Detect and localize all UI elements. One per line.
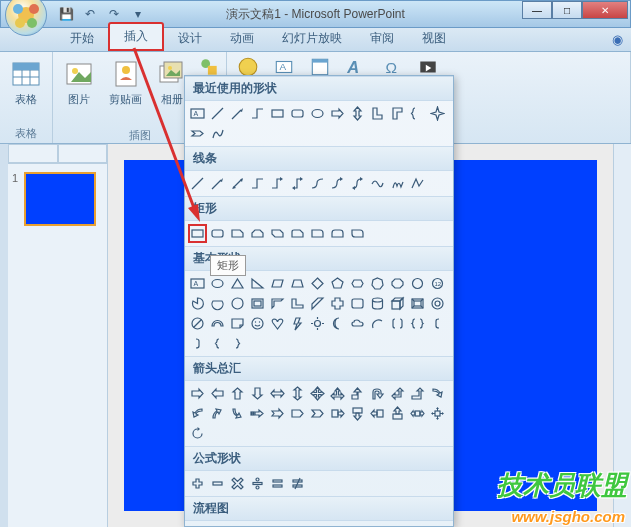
shape-arrow-lr[interactable] [268, 384, 287, 403]
shape-arrow-curvedright[interactable] [428, 384, 447, 403]
shape-sun[interactable] [308, 314, 327, 333]
shape-arrow-u[interactable] [228, 384, 247, 403]
shape-scribble[interactable] [388, 174, 407, 193]
shape-moon[interactable] [328, 314, 347, 333]
shape-oval[interactable] [308, 104, 327, 123]
shape-arrow-lru[interactable] [328, 384, 347, 403]
shape-fc-prep[interactable] [368, 524, 387, 526]
shape-elbow[interactable] [248, 174, 267, 193]
shape-plus[interactable] [188, 474, 207, 493]
shape-elbow-double[interactable] [288, 174, 307, 193]
shape-decagon[interactable] [408, 274, 427, 293]
save-icon[interactable]: 💾 [57, 5, 75, 23]
shape-snip2same[interactable] [248, 224, 267, 243]
tab-animations[interactable]: 动画 [216, 26, 268, 51]
shape-cube[interactable] [388, 294, 407, 313]
shape-equal[interactable] [268, 474, 287, 493]
shape-doublebrace[interactable] [408, 314, 427, 333]
shape-pentagon[interactable] [328, 274, 347, 293]
shape-arrow-upcallout[interactable] [388, 404, 407, 423]
clipart-button[interactable]: 剪贴画 [105, 56, 146, 109]
shape-freeform3[interactable] [408, 174, 427, 193]
picture-button[interactable]: 图片 [59, 56, 99, 109]
tab-slideshow[interactable]: 幻灯片放映 [268, 26, 356, 51]
shape-arrow-leftcallout[interactable] [368, 404, 387, 423]
shape-fc-term[interactable] [348, 524, 367, 526]
shape-textbox[interactable]: A [188, 104, 207, 123]
shape-arrow-line[interactable] [228, 104, 247, 123]
shape-cloud[interactable] [348, 314, 367, 333]
shape-arrow-right[interactable] [328, 104, 347, 123]
shape-noentry[interactable] [188, 314, 207, 333]
shape-fc-predef[interactable] [268, 524, 287, 526]
shape-arrow-downcallout[interactable] [348, 404, 367, 423]
minimize-button[interactable]: — [522, 1, 552, 19]
shape-arrow-chevron[interactable] [308, 404, 327, 423]
shape-fc-internal[interactable] [288, 524, 307, 526]
shape-fc-decision[interactable] [228, 524, 247, 526]
thumbs-tab-outline[interactable] [58, 144, 108, 163]
shape-arrow-notched[interactable] [268, 404, 287, 423]
shape-arrow-pentagon[interactable] [288, 404, 307, 423]
maximize-button[interactable]: □ [552, 1, 582, 19]
shape-leftbrace[interactable] [208, 334, 227, 353]
shape-l2[interactable] [388, 104, 407, 123]
help-icon[interactable]: ◉ [612, 32, 623, 47]
qat-dropdown-icon[interactable]: ▾ [129, 5, 147, 23]
shape-arrow-l[interactable] [208, 384, 227, 403]
shape-curve[interactable] [308, 174, 327, 193]
shape-arrow-lrcallout[interactable] [408, 404, 427, 423]
shape-arrow-bentup[interactable] [408, 384, 427, 403]
shape-brace[interactable] [408, 104, 427, 123]
shape-curve-double[interactable] [348, 174, 367, 193]
shape-arrow-curveddown[interactable] [228, 404, 247, 423]
shape-freeform2[interactable] [368, 174, 387, 193]
shape-arrow-d[interactable] [248, 384, 267, 403]
shape-round2same[interactable] [328, 224, 347, 243]
shape-arc[interactable] [368, 314, 387, 333]
shape-teardrop[interactable] [228, 294, 247, 313]
shape-doublearrow[interactable] [228, 174, 247, 193]
shape-rightbracket[interactable] [188, 334, 207, 353]
shape-divide[interactable] [248, 474, 267, 493]
tab-view[interactable]: 视图 [408, 26, 460, 51]
shape-star4[interactable] [428, 104, 447, 123]
shape-fc-process[interactable] [188, 524, 207, 526]
shape-lshape[interactable] [288, 294, 307, 313]
shape-hexagon[interactable] [348, 274, 367, 293]
shape-parallelogram[interactable] [268, 274, 287, 293]
shape-heart[interactable] [268, 314, 287, 333]
shape-multiply[interactable] [228, 474, 247, 493]
shape-round2diag[interactable] [348, 224, 367, 243]
shape-pie[interactable] [188, 294, 207, 313]
shape-heptagon[interactable] [368, 274, 387, 293]
shape-foldedcorner[interactable] [228, 314, 247, 333]
shape-trapezoid[interactable] [288, 274, 307, 293]
shape-fc-manual[interactable] [388, 524, 407, 526]
shape-diagstripe[interactable] [308, 294, 327, 313]
shape-arrowline2[interactable] [208, 174, 227, 193]
shape-blockarc[interactable] [208, 314, 227, 333]
tab-design[interactable]: 设计 [164, 26, 216, 51]
shape-arrow-curvedup[interactable] [208, 404, 227, 423]
tab-home[interactable]: 开始 [56, 26, 108, 51]
shape-elbow-arrow[interactable] [268, 174, 287, 193]
shape-fc-data[interactable] [248, 524, 267, 526]
shape-hexarrow[interactable] [188, 124, 207, 143]
shape-notequal[interactable] [288, 474, 307, 493]
shape-round1[interactable] [308, 224, 327, 243]
shape-leftbracket[interactable] [428, 314, 447, 333]
thumb-slide-1[interactable]: 1 [12, 172, 103, 226]
shape-arrow-quadcallout[interactable] [428, 404, 447, 423]
shape-fc-doc[interactable] [308, 524, 327, 526]
shape-arrow-rightcallout[interactable] [328, 404, 347, 423]
shape-arrow-lu[interactable] [388, 384, 407, 403]
shape-line2[interactable] [188, 174, 207, 193]
shape-arrow-quad[interactable] [308, 384, 327, 403]
shape-rightbrace[interactable] [228, 334, 247, 353]
shape-freeform[interactable] [208, 124, 227, 143]
shape-halfframe[interactable] [268, 294, 287, 313]
shape-plaque[interactable] [348, 294, 367, 313]
table-button[interactable]: 表格 [6, 56, 46, 109]
shape-doublebracket[interactable] [388, 314, 407, 333]
